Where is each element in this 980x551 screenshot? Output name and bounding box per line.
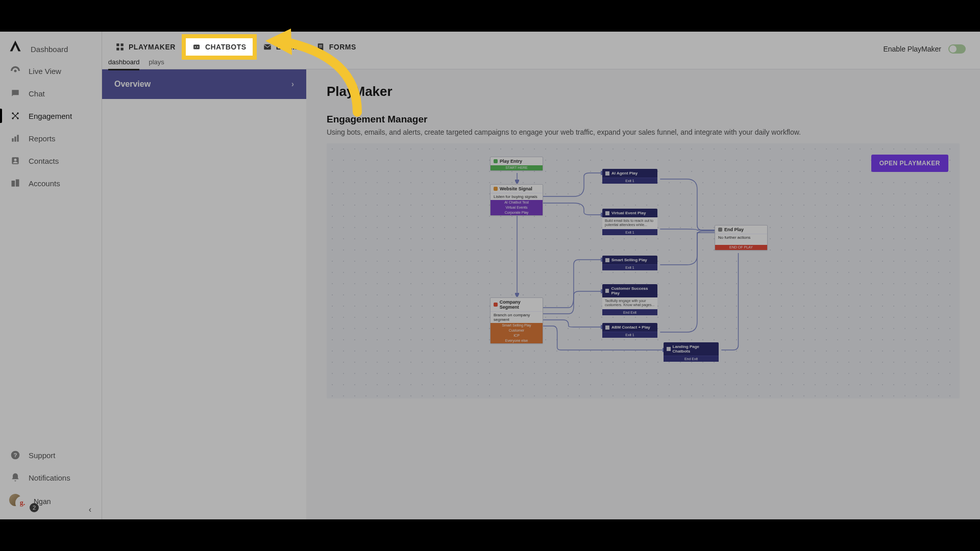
primary-tabs: PLAYMAKER CHATBOTS EMAIL FORMS — [108, 35, 363, 59]
section-description: Using bots, emails, and alerts, create t… — [327, 128, 960, 136]
subtab-plays[interactable]: plays — [149, 58, 164, 70]
live-view-icon — [10, 66, 20, 76]
node-customer-success-play[interactable]: Customer Success Play Tactfully engage w… — [602, 284, 657, 315]
svg-rect-6 — [14, 137, 16, 142]
overview-panel: Overview › — [102, 69, 306, 519]
play-icon — [605, 211, 609, 215]
svg-point-9 — [14, 159, 17, 161]
reports-icon — [10, 133, 20, 143]
node-virtual-event-play[interactable]: Virtual Event Play Build email lists to … — [602, 209, 657, 235]
bell-icon — [10, 472, 20, 483]
subtab-dashboard[interactable]: dashboard — [108, 58, 139, 70]
tab-playmaker[interactable]: PLAYMAKER — [108, 37, 183, 57]
avatar-stack: g. — [8, 493, 29, 510]
sidebar-item-contacts[interactable]: Contacts — [0, 149, 102, 172]
app-frame: Dashboard Live View Chat Engagement Repo… — [0, 32, 980, 519]
play-icon — [605, 258, 609, 262]
sidebar-item-accounts[interactable]: Accounts — [0, 172, 102, 194]
node-exit: Exit 1 — [602, 229, 657, 235]
tab-label: EMAIL — [276, 43, 300, 51]
svg-rect-24 — [319, 46, 322, 47]
node-end-play[interactable]: End Play No further actions END OF PLAY — [715, 225, 768, 251]
chevron-right-icon: › — [291, 80, 294, 89]
node-subtitle: Branch on company segment — [491, 311, 543, 323]
engagement-icon — [10, 111, 20, 121]
node-row: ICP — [491, 333, 543, 338]
node-exit: Exit 1 — [602, 332, 657, 338]
sidebar-item-label: Engagement — [29, 112, 72, 120]
tab-chatbots[interactable]: CHATBOTS — [185, 37, 254, 57]
sidebar-item-dashboard[interactable]: Dashboard — [0, 39, 102, 60]
node-subtitle: Listen for buying signals — [491, 193, 543, 200]
tab-label: FORMS — [329, 43, 356, 51]
node-exit: End Exit — [602, 309, 657, 315]
sidebar-item-label: Chat — [29, 89, 45, 98]
chat-icon — [10, 88, 20, 98]
node-website-signal[interactable]: Website Signal Listen for buying signals… — [490, 184, 543, 216]
node-row: AI Chatbot Test — [491, 200, 543, 205]
node-play-entry[interactable]: Play Entry START HERE — [490, 157, 543, 171]
left-sidebar: Dashboard Live View Chat Engagement Repo… — [0, 32, 102, 519]
user-menu[interactable]: g. Ngan 2 — [0, 489, 102, 514]
sidebar-bottom: ? Support Notifications g. Ngan 2 ‹ — [0, 444, 102, 519]
tab-forms[interactable]: FORMS — [309, 37, 363, 57]
notification-badge: 2 — [30, 503, 39, 512]
node-title: Company Segment — [500, 299, 540, 310]
node-stripe: START HERE — [491, 165, 543, 170]
page-content: PlayMaker Engagement Manager Using bots,… — [306, 69, 980, 519]
sidebar-collapse-button[interactable]: ‹ — [89, 505, 91, 514]
svg-rect-11 — [16, 180, 19, 187]
email-icon — [263, 42, 272, 52]
node-title: Virtual Event Play — [611, 211, 646, 215]
help-icon: ? — [10, 450, 20, 460]
node-title: Website Signal — [500, 186, 532, 191]
node-title: Customer Success Play — [611, 286, 654, 295]
node-smart-selling-play[interactable]: Smart Selling Play Exit 1 — [602, 256, 657, 270]
sidebar-item-engagement[interactable]: Engagement — [0, 105, 102, 127]
sidebar-item-reports[interactable]: Reports — [0, 127, 102, 149]
sidebar-item-label: Accounts — [29, 179, 60, 188]
svg-rect-21 — [264, 44, 271, 50]
node-abm-contact-play[interactable]: ABM Contact + Play Exit 1 — [602, 323, 657, 338]
primary-nav: Dashboard Live View Chat Engagement Repo… — [0, 60, 102, 194]
node-landing-page-chatbots[interactable]: Landing Page Chatbots End Exit — [664, 342, 719, 362]
svg-rect-17 — [121, 48, 124, 51]
sidebar-item-label: Contacts — [29, 157, 59, 165]
sidebar-item-notifications[interactable]: Notifications — [0, 466, 102, 489]
node-title: Smart Selling Play — [611, 258, 647, 262]
sidebar-item-label: Dashboard — [31, 45, 68, 54]
node-company-segment[interactable]: Company Segment Branch on company segmen… — [490, 297, 543, 344]
node-row: Smart Selling Play — [491, 323, 543, 328]
svg-rect-5 — [12, 138, 13, 142]
play-icon — [605, 171, 609, 176]
node-exit: Exit 1 — [602, 178, 657, 184]
node-desc: Tactfully engage with your customers. Kn… — [602, 297, 657, 309]
svg-point-0 — [14, 70, 17, 72]
sidebar-item-label: Live View — [29, 67, 61, 76]
svg-rect-15 — [121, 43, 124, 46]
node-title: End Play — [724, 227, 744, 232]
node-exit: Exit 1 — [602, 264, 657, 270]
node-row: Customer — [491, 328, 543, 333]
sidebar-item-live-view[interactable]: Live View — [0, 60, 102, 82]
sidebar-item-chat[interactable]: Chat — [0, 82, 102, 105]
play-icon — [667, 347, 671, 351]
node-desc: Build email lists to reach out to potent… — [602, 217, 657, 229]
play-icon — [605, 289, 609, 293]
svg-point-20 — [197, 46, 198, 47]
sidebar-item-label: Support — [29, 451, 56, 460]
chatbot-icon — [192, 42, 201, 52]
playmaker-canvas[interactable]: OPEN PLAYMAKER — [327, 143, 960, 398]
node-ai-agent-play[interactable]: AI Agent Play Exit 1 — [602, 169, 657, 184]
sidebar-item-support[interactable]: ? Support — [0, 444, 102, 466]
open-playmaker-button[interactable]: OPEN PLAYMAKER — [871, 155, 948, 172]
contacts-icon — [10, 156, 20, 166]
overview-item[interactable]: Overview › — [102, 69, 306, 99]
tab-label: CHATBOTS — [205, 43, 247, 51]
node-row: Corporate Play — [491, 210, 543, 215]
node-row: Virtual Events — [491, 205, 543, 210]
page-title: PlayMaker — [327, 84, 960, 99]
tab-email[interactable]: EMAIL — [256, 37, 307, 57]
enable-playmaker-toggle[interactable] — [948, 44, 966, 54]
svg-rect-18 — [193, 45, 200, 49]
